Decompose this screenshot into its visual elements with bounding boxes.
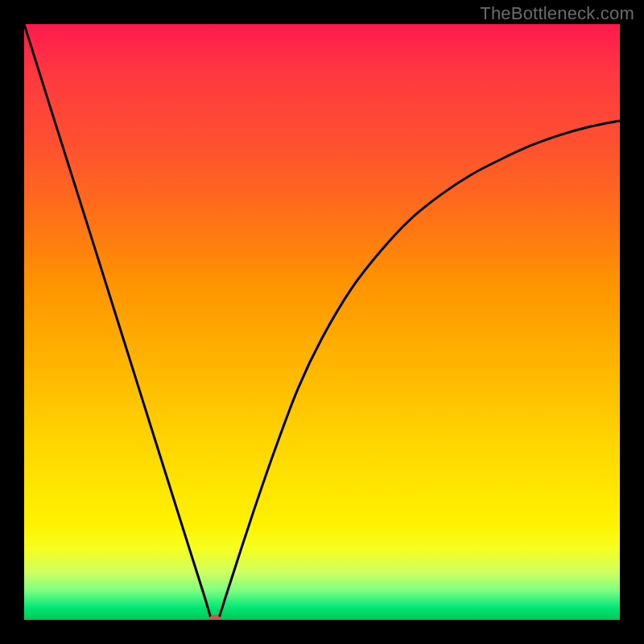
curve-layer bbox=[24, 24, 620, 620]
bottleneck-curve bbox=[24, 24, 620, 620]
chart-frame: TheBottleneck.com bbox=[0, 0, 644, 644]
plot-area bbox=[24, 24, 620, 620]
attribution-text: TheBottleneck.com bbox=[480, 3, 634, 24]
